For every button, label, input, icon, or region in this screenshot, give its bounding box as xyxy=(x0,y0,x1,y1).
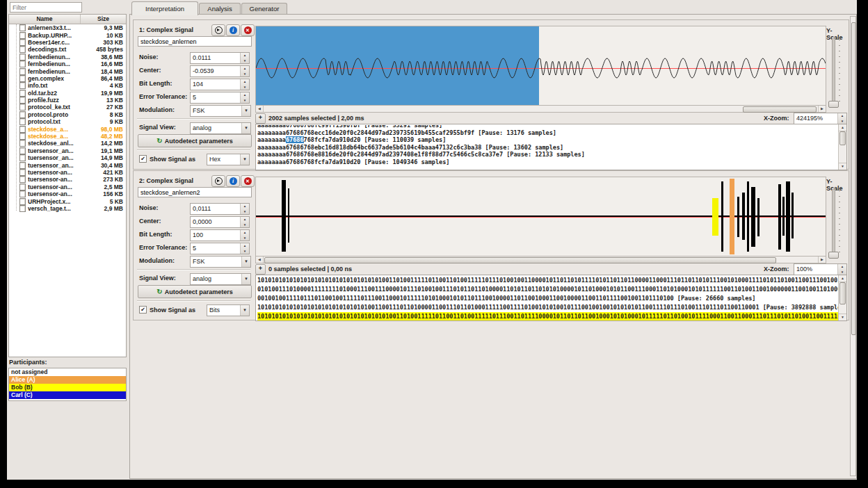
scroll-right-icon[interactable]: ▶ xyxy=(818,257,826,263)
scroll-up-icon[interactable]: ▲ xyxy=(839,124,846,131)
error-tolerance-value[interactable]: 5 xyxy=(191,92,240,103)
scrollbar-thumb[interactable] xyxy=(264,257,776,263)
column-header-name[interactable]: Name xyxy=(9,15,81,24)
scrollbar-thumb[interactable] xyxy=(839,282,846,304)
scroll-right-icon[interactable]: ▶ xyxy=(818,106,826,112)
participant-item[interactable]: Alice (A) xyxy=(9,376,126,384)
expand-button[interactable]: + xyxy=(255,113,266,124)
spin-arrows-icon[interactable]: ▲▼ xyxy=(240,204,249,214)
table-row[interactable]: tuersensor_an...19,1 MB xyxy=(9,147,126,154)
scroll-left-icon[interactable]: ◀ xyxy=(256,257,264,263)
modulation-combobox[interactable]: FSK ▼ xyxy=(190,105,251,117)
scrollbar-thumb[interactable] xyxy=(851,22,856,335)
table-row[interactable]: tuersensor-an...421 KB xyxy=(9,169,126,176)
hex-message-line[interactable]: aaaaaaaa67686768ebc16d818db64bc6637ade5b… xyxy=(257,144,838,152)
noise-value[interactable]: 0,0111 xyxy=(191,204,240,214)
signal-graph-2[interactable] xyxy=(255,177,826,257)
tab-interpretation[interactable]: Interpretation xyxy=(131,1,198,15)
y-scale-slider[interactable] xyxy=(832,38,835,106)
protocol-hex-view[interactable]: aaaaaaaa67686768fc99ff1390fbf [Pause: 53… xyxy=(255,124,847,170)
show-signal-as-checkbox[interactable]: ✔ xyxy=(139,155,147,163)
table-row[interactable]: profile.fuzz13 KB xyxy=(9,97,126,104)
table-row[interactable]: old.tar.bz219,9 MB xyxy=(9,90,126,97)
table-row[interactable]: fernbedienun...16,6 MB xyxy=(9,60,126,67)
spin-arrows-icon[interactable]: ▲▼ xyxy=(240,243,249,254)
participant-item[interactable]: Carl (C) xyxy=(9,391,126,399)
signal-graph-1[interactable] xyxy=(255,26,826,106)
table-row[interactable]: steckdose_a...48,2 MB xyxy=(9,133,126,140)
file-tree-header[interactable]: Name Size xyxy=(9,15,126,24)
spin-arrows-icon[interactable]: ▲▼ xyxy=(837,113,846,124)
hex-message-line[interactable]: aaaaaaaa67686768fcfa7da910d20 [Pause: 11… xyxy=(257,136,838,144)
tab-analysis[interactable]: Analysis xyxy=(199,3,241,15)
spin-arrows-icon[interactable]: ▲▼ xyxy=(240,230,249,241)
spin-arrows-icon[interactable]: ▲▼ xyxy=(240,217,249,227)
close-signal-button[interactable]: ✕ xyxy=(241,175,255,187)
center-spinbox[interactable]: -0.0539 ▲▼ xyxy=(190,65,250,77)
bit-message-line[interactable]: 1010101010101010101010101010101010101001… xyxy=(257,312,838,320)
y-scale-slider-handle[interactable] xyxy=(828,252,839,259)
y-scale-slider[interactable] xyxy=(832,189,835,257)
signal-name-field[interactable] xyxy=(138,187,252,197)
table-row[interactable]: protocol.proto8 KB xyxy=(9,111,126,118)
hex-message-line[interactable]: aaaaaaaa67686768fcfa7da910d20 [Pause: 10… xyxy=(257,158,838,166)
table-row[interactable]: gen.complex86,4 MB xyxy=(9,75,126,82)
info-button[interactable]: i xyxy=(226,24,240,36)
table-row[interactable]: info.txt4 KB xyxy=(9,82,126,89)
spin-arrows-icon[interactable]: ▲▼ xyxy=(240,53,249,63)
participant-item[interactable]: not assigned xyxy=(9,368,126,376)
table-row[interactable]: fernbedienun...38,6 MB xyxy=(9,54,126,60)
play-button[interactable] xyxy=(211,175,225,187)
x-zoom-spinbox[interactable]: 100% ▲▼ xyxy=(794,263,847,275)
text-vertical-scrollbar[interactable]: ▲ ▼ xyxy=(838,275,846,320)
center-spinbox[interactable]: 0,0000 ▲▼ xyxy=(190,216,250,228)
table-row[interactable]: fernbedienun...18,4 MB xyxy=(9,67,126,74)
expand-button[interactable]: + xyxy=(255,264,266,275)
close-signal-button[interactable]: ✕ xyxy=(241,24,255,36)
bit-message-line[interactable]: 0010010011110111011001001111101110011000… xyxy=(257,294,838,303)
show-signal-as-combobox[interactable]: Bits ▼ xyxy=(207,304,250,316)
filter-input[interactable] xyxy=(10,2,82,13)
noise-value[interactable]: 0.0111 xyxy=(191,53,240,63)
signal-view-combobox[interactable]: analog ▼ xyxy=(190,122,251,134)
noise-spinbox[interactable]: 0.0111 ▲▼ xyxy=(190,52,250,64)
table-row[interactable]: tuersensor_an...30,4 MB xyxy=(9,161,126,168)
scrollbar-thumb[interactable] xyxy=(839,131,846,145)
bit-length-spinbox[interactable]: 100 ▲▼ xyxy=(190,229,250,241)
autodetect-parameters-button[interactable]: ↻ Autodetect parameters xyxy=(138,285,252,298)
column-header-size[interactable]: Size xyxy=(81,15,126,24)
scrollbar-thumb[interactable] xyxy=(743,106,817,113)
scroll-down-icon[interactable]: ▼ xyxy=(839,314,846,320)
spin-arrows-icon[interactable]: ▲▼ xyxy=(240,79,249,90)
hex-message-line[interactable]: aaaaaaaa67686768ecc16de20f0c2844d97ad239… xyxy=(257,129,838,137)
graph-horizontal-scrollbar[interactable]: ◀ ▶ xyxy=(255,105,826,113)
table-row[interactable]: protocol_ke.txt27 KB xyxy=(9,104,126,111)
tab-generator[interactable]: Generator xyxy=(241,3,287,15)
file-tree[interactable]: Name Size anlernen3x3.t...9,3 MBBackup.U… xyxy=(8,14,127,357)
table-row[interactable]: protocol.txt9 KB xyxy=(9,118,126,125)
table-row[interactable]: tuersensor-an...156 KB xyxy=(9,190,126,197)
center-value[interactable]: 0,0000 xyxy=(191,217,240,227)
center-value[interactable]: -0.0539 xyxy=(191,66,240,76)
show-signal-as-combobox[interactable]: Hex ▼ xyxy=(207,154,250,165)
x-zoom-value[interactable]: 424195% xyxy=(794,113,837,124)
x-zoom-spinbox[interactable]: 424195% ▲▼ xyxy=(794,113,847,124)
hex-message-line[interactable]: aaaaaaaa67686768e8816de20f0c2844d97ad239… xyxy=(257,151,838,158)
spin-arrows-icon[interactable]: ▲▼ xyxy=(240,92,249,103)
table-row[interactable]: URHProject.x...5 KB xyxy=(9,197,126,204)
spin-arrows-icon[interactable]: ▲▼ xyxy=(240,66,249,76)
participants-list[interactable]: not assignedAlice (A)Bob (B)Carl (C) xyxy=(8,368,127,401)
participant-item[interactable]: Bob (B) xyxy=(9,384,126,391)
bit-message-line[interactable]: 0101001110100001111111101000111001110000… xyxy=(257,285,838,294)
signal-view-combobox[interactable]: analog ▼ xyxy=(190,273,251,285)
bit-lines[interactable]: 1010101010101010101010101010101010100110… xyxy=(257,276,838,320)
table-row[interactable]: anlernen3x3.t...9,3 MB xyxy=(9,24,126,31)
signal-name-field[interactable] xyxy=(138,36,252,47)
graph-horizontal-scrollbar[interactable]: ◀ ▶ xyxy=(255,256,826,263)
error-tolerance-spinbox[interactable]: 5 ▲▼ xyxy=(190,243,250,254)
bit-length-value[interactable]: 104 xyxy=(191,79,240,90)
table-row[interactable]: steckdose_anl...14,2 MB xyxy=(9,140,126,147)
x-zoom-value[interactable]: 100% xyxy=(794,264,837,275)
bit-message-line[interactable]: 1010101010101010101010101010101001100111… xyxy=(257,303,838,312)
bit-length-value[interactable]: 100 xyxy=(191,230,240,241)
